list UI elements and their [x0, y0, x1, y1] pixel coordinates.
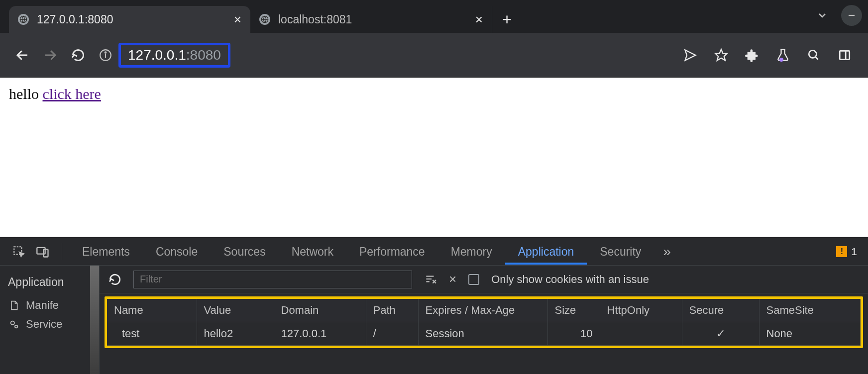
col-httponly[interactable]: HttpOnly	[600, 299, 682, 322]
issues-checkbox[interactable]	[468, 274, 479, 285]
devtools-panel: Elements Console Sources Network Perform…	[0, 237, 868, 374]
devtools-tab-application[interactable]: Application	[505, 239, 587, 265]
sidebar-item-label: Service	[26, 318, 62, 331]
col-size[interactable]: Size	[547, 299, 600, 322]
refresh-icon[interactable]	[108, 273, 121, 286]
table-row[interactable]: test hello2 127.0.0.1 / Session 10 ✓ Non…	[107, 322, 861, 346]
devtools-issues-badge[interactable]: ! 1	[836, 246, 857, 258]
warning-count: 1	[851, 246, 857, 258]
inspect-element-icon[interactable]	[7, 240, 31, 264]
tab-title: localhost:8081	[278, 13, 467, 26]
sidebar-section-title: Application	[0, 273, 99, 296]
devtools-more-tabs[interactable]: »	[654, 244, 680, 260]
sidebar-item-manifest[interactable]: Manife	[0, 296, 99, 315]
col-path[interactable]: Path	[366, 299, 418, 322]
sidebar-item-service-workers[interactable]: Service	[0, 315, 99, 334]
cookies-table: Name Value Domain Path Expires / Max-Age…	[107, 299, 861, 346]
svg-point-19	[15, 325, 18, 328]
url-host: 127.0.0.1	[128, 47, 186, 63]
svg-point-7	[105, 52, 107, 53]
sidepanel-icon[interactable]	[834, 45, 855, 66]
svg-marker-8	[685, 50, 696, 60]
devtools-tab-performance[interactable]: Performance	[346, 239, 438, 265]
svg-rect-13	[840, 51, 850, 59]
new-tab-button[interactable]: +	[492, 6, 522, 33]
file-icon	[8, 300, 20, 311]
reload-button[interactable]	[66, 43, 91, 68]
devtools-tab-bar: Elements Console Sources Network Perform…	[0, 238, 868, 266]
cell-expires: Session	[418, 322, 547, 346]
devtools-sidebar: Application Manife Service	[0, 266, 100, 374]
bookmark-star-icon[interactable]	[711, 45, 732, 66]
col-domain[interactable]: Domain	[274, 299, 366, 322]
minimize-button[interactable]	[841, 5, 862, 26]
gears-icon	[8, 319, 20, 330]
devtools-tab-sources[interactable]: Sources	[211, 239, 278, 265]
send-icon[interactable]	[680, 45, 701, 66]
device-toolbar-icon[interactable]	[31, 240, 55, 264]
back-button[interactable]	[10, 43, 35, 68]
toolbar-right	[680, 45, 858, 66]
url-display[interactable]: 127.0.0.1:8080	[118, 43, 230, 68]
devtools-tab-network[interactable]: Network	[279, 239, 346, 265]
cookies-toolbar: × Only show cookies with an issue	[100, 266, 868, 293]
filter-input[interactable]	[133, 271, 412, 288]
site-info-icon[interactable]	[96, 45, 115, 65]
cookies-table-highlight: Name Value Domain Path Expires / Max-Age…	[105, 296, 863, 348]
cell-samesite: None	[759, 322, 861, 346]
tab-title: 127.0.0.1:8080	[37, 13, 226, 26]
url-port: :8080	[186, 47, 221, 63]
svg-line-12	[815, 57, 818, 59]
close-icon[interactable]: ×	[475, 12, 483, 27]
col-secure[interactable]: Secure	[682, 299, 759, 322]
address-bar: 127.0.0.1:8080	[0, 33, 868, 78]
col-name[interactable]: Name	[107, 299, 197, 322]
cell-path: /	[366, 322, 418, 346]
issues-checkbox-label: Only show cookies with an issue	[491, 273, 649, 286]
page-text: hello	[9, 86, 43, 102]
globe-icon	[259, 14, 270, 25]
sidebar-item-label: Manife	[26, 299, 59, 312]
devtools-tab-elements[interactable]: Elements	[69, 239, 143, 265]
devtools-tab-console[interactable]: Console	[143, 239, 211, 265]
window-controls	[809, 5, 862, 26]
svg-point-18	[11, 321, 14, 325]
browser-tab-active[interactable]: 127.0.0.1:8080 ×	[9, 6, 250, 33]
warning-icon: !	[836, 246, 847, 257]
labs-icon[interactable]	[772, 45, 793, 66]
svg-point-11	[809, 50, 816, 58]
clear-all-icon[interactable]	[424, 273, 437, 286]
forward-button[interactable]	[38, 43, 63, 68]
tabs-dropdown-icon[interactable]	[809, 5, 835, 25]
devtools-tab-memory[interactable]: Memory	[438, 239, 505, 265]
devtools-main: × Only show cookies with an issue Name V…	[100, 266, 868, 374]
extensions-icon[interactable]	[742, 45, 762, 66]
page-viewport: hello click here	[0, 78, 868, 237]
cell-domain: 127.0.0.1	[274, 322, 366, 346]
browser-tab-inactive[interactable]: localhost:8081 ×	[250, 6, 492, 33]
devtools-tab-security[interactable]: Security	[587, 239, 654, 265]
table-header-row: Name Value Domain Path Expires / Max-Age…	[107, 299, 861, 322]
cell-secure: ✓	[682, 322, 759, 346]
cell-name: test	[107, 322, 197, 346]
close-icon[interactable]: ×	[234, 12, 241, 27]
search-icon[interactable]	[803, 45, 824, 66]
cell-size: 10	[547, 322, 600, 346]
globe-icon	[18, 14, 29, 25]
col-value[interactable]: Value	[197, 299, 274, 322]
page-link[interactable]: click here	[43, 86, 101, 102]
browser-tab-bar: 127.0.0.1:8080 × localhost:8081 × +	[0, 0, 868, 33]
cell-httponly	[600, 322, 682, 346]
svg-marker-9	[715, 49, 727, 60]
cell-value: hello2	[197, 322, 274, 346]
delete-icon[interactable]: ×	[449, 272, 456, 287]
col-expires[interactable]: Expires / Max-Age	[418, 299, 547, 322]
col-samesite[interactable]: SameSite	[759, 299, 861, 322]
